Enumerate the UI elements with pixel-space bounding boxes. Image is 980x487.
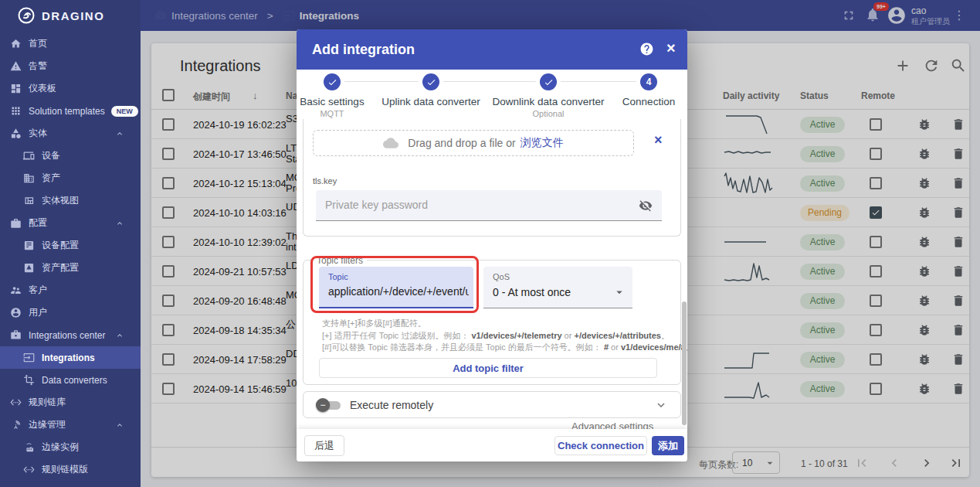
sidebar-item-label: 资产 [42, 172, 60, 185]
help-icon[interactable] [639, 42, 654, 56]
chevron-up-icon[interactable] [115, 129, 124, 138]
sidebar-item-customers[interactable]: 客户 [0, 279, 141, 301]
step-sublabel: Optional [479, 109, 618, 118]
integrations-icon [23, 352, 35, 363]
chevron-up-icon[interactable] [115, 219, 124, 228]
browse-files-link[interactable]: 浏览文件 [521, 136, 564, 150]
sidebar-item-device-profiles[interactable]: 设备配置 [0, 234, 141, 257]
file-dropzone[interactable]: Drag and drop a file or 浏览文件 [313, 130, 634, 156]
sidebar-item-label: 客户 [29, 284, 47, 297]
dropdown-arrow-icon [612, 285, 626, 299]
check-connection-button[interactable]: Check connection [554, 436, 647, 455]
toggle-password-visibility-icon[interactable] [639, 199, 653, 213]
dialog-header: Add integration × [297, 29, 687, 70]
rule-chain-templates-icon [23, 464, 35, 475]
qos-value: 0 - At most once [493, 286, 571, 298]
private-key-password-input[interactable] [325, 190, 626, 220]
sidebar-item-label: 设备 [42, 149, 60, 162]
modal-scrollbar[interactable] [682, 301, 687, 425]
sidebar-item-integrations[interactable]: Integrations [0, 346, 141, 369]
add-topic-filter-label: Add topic filter [453, 363, 524, 374]
sidebar-item-home[interactable]: 首页 [0, 32, 141, 55]
sidebar-item-entities[interactable]: 实体 [0, 122, 141, 145]
sidebar-item-rule-chain-templates[interactable]: 规则链模版 [0, 458, 141, 481]
back-button[interactable]: 后退 [304, 435, 344, 456]
back-button-label: 后退 [314, 439, 334, 453]
chevron-up-icon[interactable] [115, 331, 124, 340]
sidebar-item-label: 告警 [29, 60, 47, 73]
step-connector [344, 81, 419, 82]
home-icon [10, 38, 22, 49]
topic-filters-group: Topic filters Topic QoS 0 - At most once… [303, 260, 681, 385]
step-connector [561, 81, 636, 82]
entities-icon [10, 128, 22, 139]
uploaded-filename: tls.key [313, 176, 337, 186]
help-line: [#]可以替换 Topic 筛选器本身，并且必须是 Topic 的最后一个符号。… [322, 342, 694, 353]
data-converters-icon [23, 374, 35, 386]
sidebar-item-edge-management[interactable]: 边缘管理 [0, 414, 141, 436]
topic-label: Topic [328, 272, 348, 281]
sidebar-item-edge-instances[interactable]: 边缘实例 [0, 436, 141, 458]
solution-templates-icon [10, 105, 22, 117]
users-icon [10, 307, 22, 318]
devices-icon [23, 150, 35, 162]
sidebar-item-assets[interactable]: 资产 [0, 167, 141, 189]
sidebar-item-rule-chains[interactable]: 规则链库 [0, 391, 141, 414]
close-icon[interactable]: × [666, 39, 676, 57]
check-connection-label: Check connection [558, 440, 644, 451]
sidebar-item-data-converters[interactable]: Data converters [0, 369, 141, 391]
execute-remotely-toggle[interactable]: − [317, 401, 341, 410]
customers-icon [10, 284, 22, 296]
sidebar-item-entity-views[interactable]: 实体视图 [0, 189, 141, 212]
sidebar-item-label: Integrations center [29, 330, 105, 341]
add-button[interactable]: 添加 [652, 436, 684, 455]
execute-remotely-label: Execute remotely [350, 399, 433, 411]
chevron-down-icon[interactable] [654, 398, 668, 412]
step-connector [443, 81, 536, 82]
sidebar-item-asset-profiles[interactable]: 资产配置 [0, 257, 141, 279]
topic-input[interactable] [328, 285, 469, 298]
sidebar-item-label: 用户 [29, 306, 47, 319]
device-profiles-icon [23, 240, 35, 251]
sidebar-item-devices[interactable]: 设备 [0, 145, 141, 167]
sidebar-item-label: Integrations [42, 352, 95, 363]
sidebar-item-label: 规则链模版 [42, 463, 88, 476]
integrations-center-icon [10, 329, 22, 341]
qos-label: QoS [493, 272, 510, 281]
sidebar-nav: 首页告警仪表板Solution templatesNEW实体设备资产实体视图配置… [0, 32, 141, 481]
entity-views-icon [23, 195, 35, 206]
sidebar-item-profiles[interactable]: 配置 [0, 212, 141, 234]
step-check-icon [426, 77, 436, 87]
add-integration-dialog: Add integration × Basic settingsMQTTUpli… [297, 29, 687, 461]
add-topic-filter-button[interactable]: Add topic filter [319, 358, 657, 378]
sidebar-item-integrations-center[interactable]: Integrations center [0, 324, 141, 346]
sidebar-item-label: 资产配置 [42, 261, 79, 274]
step-circle[interactable] [540, 73, 557, 90]
sidebar-item-alarms[interactable]: 告警 [0, 55, 141, 77]
help-line: 支持单[+]和多级[#]通配符。 [322, 318, 426, 329]
sidebar-item-label: 首页 [29, 37, 47, 50]
dialog-title: Add integration [312, 42, 415, 58]
step-circle[interactable] [324, 73, 341, 90]
sidebar-item-label: 规则链库 [29, 396, 66, 409]
step-check-icon [327, 77, 337, 87]
step-circle[interactable] [422, 73, 439, 90]
rule-chains-icon [10, 397, 22, 408]
chevron-up-icon[interactable] [115, 421, 124, 430]
logo-text: DRAGINO [42, 9, 104, 22]
toggle-thumb: − [316, 398, 330, 412]
clear-file-icon[interactable]: × [654, 133, 663, 147]
dropzone-text: Drag and drop a file or [408, 137, 515, 149]
sidebar-item-solution-templates[interactable]: Solution templatesNEW [0, 100, 141, 122]
sidebar-item-label: 配置 [29, 216, 47, 230]
topic-filters-legend: Topic filters [313, 255, 367, 266]
sidebar-item-label: Data converters [42, 375, 107, 386]
step-sublabel: MQTT [263, 109, 402, 118]
sidebar-item-dashboards[interactable]: 仪表板 [0, 77, 141, 100]
logo[interactable]: DRAGINO [0, 0, 141, 31]
step-circle[interactable]: 4 [640, 73, 657, 90]
qos-select[interactable]: QoS 0 - At most once [483, 267, 632, 308]
dashboards-icon [10, 83, 22, 94]
help-line: [+] 适用于任何 Topic 过滤级别。例如： v1/devices/+/te… [322, 330, 670, 342]
sidebar-item-users[interactable]: 用户 [0, 301, 141, 324]
